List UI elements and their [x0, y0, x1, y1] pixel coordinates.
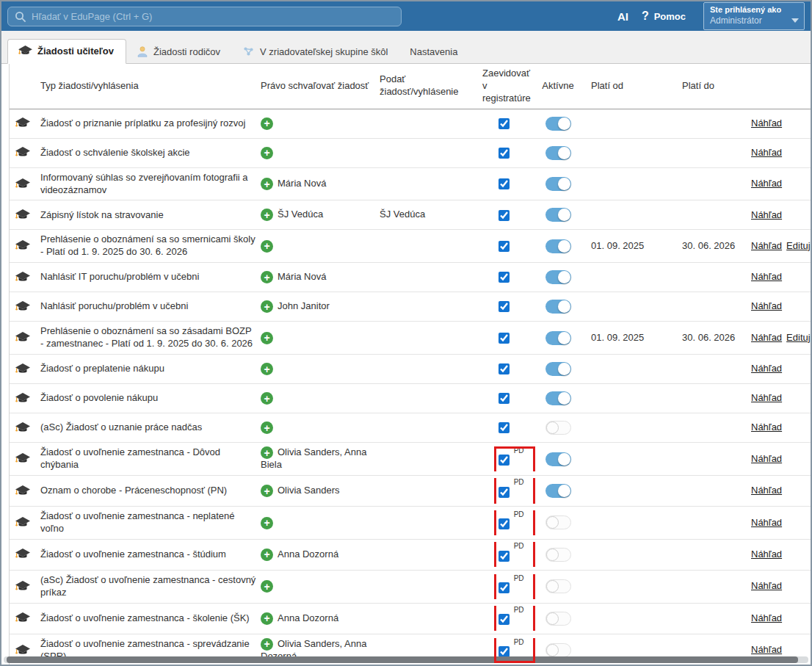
- horizontal-scrollbar-thumb[interactable]: [7, 656, 798, 663]
- registry-checkbox[interactable]: [499, 551, 510, 562]
- registry-checkbox[interactable]: [499, 646, 510, 657]
- pd-badge: PD: [514, 606, 524, 614]
- active-toggle[interactable]: [545, 362, 571, 376]
- registry-checkbox[interactable]: [499, 118, 510, 129]
- nahlad-link[interactable]: Náhľad: [751, 392, 782, 403]
- tab-ziadosti-rodicov[interactable]: Žiadosti rodičov: [126, 40, 232, 64]
- logged-in-user-dropdown[interactable]: Ste prihlásený ako Administrátor: [703, 2, 805, 30]
- registry-checkbox[interactable]: [499, 487, 510, 498]
- nahlad-link[interactable]: Náhľad: [751, 612, 782, 623]
- active-toggle[interactable]: [545, 239, 571, 253]
- tab-zriadovatelska-skupina-skol[interactable]: V zriadovateľskej skupine škôl: [232, 40, 399, 64]
- registry-checkbox[interactable]: [499, 363, 510, 374]
- active-toggle[interactable]: [545, 612, 571, 626]
- chevron-down-icon: [791, 18, 799, 23]
- add-approver-icon[interactable]: +: [261, 209, 273, 221]
- registry-checkbox[interactable]: [499, 333, 510, 344]
- registry-checkbox[interactable]: [499, 518, 510, 529]
- add-approver-icon[interactable]: +: [261, 446, 273, 459]
- help-button[interactable]: ? Pomoc: [642, 10, 686, 23]
- add-approver-icon[interactable]: +: [261, 117, 273, 130]
- add-approver-icon[interactable]: +: [261, 485, 273, 497]
- header-valid-to: Platí do: [682, 76, 751, 96]
- search-box: [7, 7, 402, 26]
- nahlad-link[interactable]: Náhľad: [751, 485, 782, 496]
- approve-right-cell: +: [261, 143, 380, 163]
- edituj-link[interactable]: Edituj: [786, 332, 811, 343]
- add-approver-icon[interactable]: +: [261, 392, 273, 405]
- registry-checkbox[interactable]: [499, 210, 510, 221]
- registry-checkbox[interactable]: [499, 301, 510, 312]
- active-toggle[interactable]: [545, 484, 571, 498]
- active-toggle[interactable]: [545, 579, 571, 593]
- active-toggle[interactable]: [545, 117, 571, 131]
- registry-checkbox[interactable]: [499, 614, 510, 625]
- nahlad-link[interactable]: Náhľad: [751, 240, 782, 251]
- nahlad-link[interactable]: Náhľad: [751, 517, 782, 528]
- tab-bar: Žiadosti učiteľovŽiadosti rodičovV zriad…: [1, 31, 811, 64]
- row-actions: Náhľad: [751, 449, 811, 469]
- nahlad-link[interactable]: Náhľad: [751, 580, 782, 591]
- nahlad-link[interactable]: Náhľad: [751, 644, 782, 655]
- registry-checkbox[interactable]: [499, 455, 510, 466]
- nahlad-link[interactable]: Náhľad: [751, 209, 782, 220]
- add-approver-icon[interactable]: +: [261, 421, 273, 434]
- tab-ziadosti-ucitelov[interactable]: Žiadosti učiteľov: [7, 39, 126, 64]
- active-toggle[interactable]: [545, 270, 571, 284]
- registry-checkbox[interactable]: [499, 241, 510, 252]
- add-approver-icon[interactable]: +: [261, 580, 273, 593]
- active-toggle[interactable]: [545, 515, 571, 529]
- nahlad-link[interactable]: Náhľad: [751, 117, 782, 129]
- add-approver-icon[interactable]: +: [261, 240, 273, 253]
- nahlad-link[interactable]: Náhľad: [751, 147, 782, 158]
- registry-checkbox[interactable]: [499, 148, 510, 159]
- header-actions-spacer: [751, 82, 811, 90]
- ai-button[interactable]: AI: [617, 10, 628, 23]
- registry-checkbox[interactable]: [499, 178, 510, 189]
- add-approver-icon[interactable]: +: [261, 271, 273, 283]
- add-approver-icon[interactable]: +: [261, 147, 273, 159]
- table-row: Prehlásenie o oboznámení sa so smernicam…: [10, 230, 811, 263]
- registry-checkbox[interactable]: [499, 422, 510, 433]
- header-submit: Podať žiadosť/vyhlásenie: [380, 70, 482, 102]
- header-approve: Právo schvaľovať žiadosť: [261, 76, 380, 96]
- pd-badge: PD: [514, 478, 524, 486]
- active-toggle[interactable]: [545, 548, 571, 562]
- edituj-link[interactable]: Edituj: [786, 240, 811, 251]
- active-toggle[interactable]: [545, 177, 571, 191]
- nahlad-link[interactable]: Náhľad: [751, 271, 782, 282]
- add-approver-icon[interactable]: +: [261, 363, 273, 375]
- active-toggle[interactable]: [545, 643, 571, 657]
- registry-checkbox[interactable]: [499, 582, 510, 593]
- nahlad-link[interactable]: Náhľad: [751, 421, 782, 432]
- logged-in-user: Administrátor: [710, 15, 798, 27]
- search-input[interactable]: [7, 7, 402, 26]
- add-approver-icon[interactable]: +: [261, 549, 273, 561]
- nahlad-link[interactable]: Náhľad: [751, 300, 782, 311]
- registry-checkbox[interactable]: [499, 272, 510, 283]
- add-approver-icon[interactable]: +: [261, 517, 273, 529]
- nahlad-link[interactable]: Náhľad: [751, 332, 782, 343]
- add-approver-icon[interactable]: +: [261, 178, 273, 190]
- toggle-knob: [558, 117, 570, 130]
- add-approver-icon[interactable]: +: [261, 300, 273, 313]
- nahlad-link[interactable]: Náhľad: [751, 453, 782, 464]
- nahlad-link[interactable]: Náhľad: [751, 363, 782, 374]
- add-approver-icon[interactable]: +: [261, 332, 273, 344]
- active-toggle[interactable]: [545, 391, 571, 405]
- registry-cell: [482, 328, 532, 348]
- active-toggle[interactable]: [545, 146, 571, 160]
- nahlad-link[interactable]: Náhľad: [751, 549, 782, 560]
- active-toggle[interactable]: [545, 208, 571, 222]
- approve-right-cell: +: [261, 359, 380, 379]
- active-toggle[interactable]: [545, 421, 571, 435]
- active-toggle[interactable]: [545, 331, 571, 345]
- tab-nastavenia[interactable]: Nastavenia: [399, 40, 469, 64]
- active-toggle[interactable]: [545, 300, 571, 314]
- add-approver-icon[interactable]: +: [261, 612, 273, 625]
- nahlad-link[interactable]: Náhľad: [751, 178, 782, 189]
- active-toggle[interactable]: [545, 452, 571, 466]
- row-actions: Náhľad: [751, 297, 811, 316]
- registry-checkbox[interactable]: [499, 393, 510, 404]
- add-approver-icon[interactable]: +: [261, 638, 273, 651]
